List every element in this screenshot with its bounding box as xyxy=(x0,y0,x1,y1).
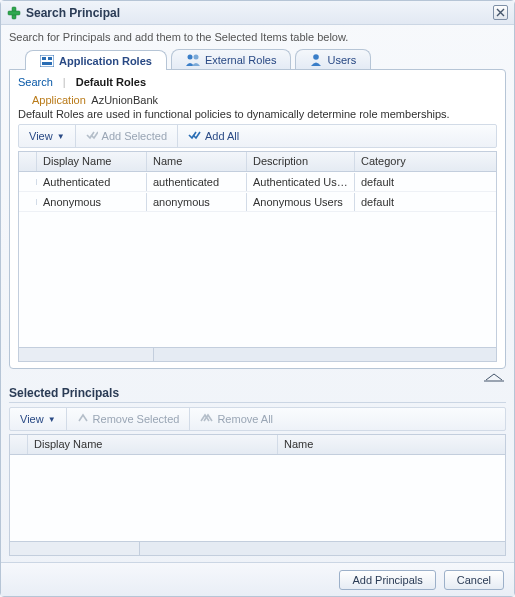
svg-point-6 xyxy=(187,55,192,60)
instruction-text: Search for Principals and add them to th… xyxy=(9,31,506,43)
select-column xyxy=(10,435,28,454)
tab-application-roles[interactable]: Application Roles xyxy=(25,50,167,70)
select-column xyxy=(19,152,37,171)
add-selected-label: Add Selected xyxy=(102,130,167,142)
view-menu-lower[interactable]: View ▼ xyxy=(10,408,67,430)
subtabs: Search | Default Roles xyxy=(18,76,497,88)
selected-table: Display Name Name xyxy=(9,434,506,542)
col-display-name[interactable]: Display Name xyxy=(28,435,278,454)
view-menu[interactable]: View ▼ xyxy=(19,125,76,147)
svg-rect-5 xyxy=(42,62,52,65)
remove-selected-label: Remove Selected xyxy=(93,413,180,425)
svg-point-8 xyxy=(314,54,320,60)
app-roles-icon xyxy=(40,55,54,67)
tab-label: Users xyxy=(327,54,356,66)
add-all-label: Add All xyxy=(205,130,239,142)
col-display-name[interactable]: Display Name xyxy=(37,152,147,171)
tab-label: Application Roles xyxy=(59,55,152,67)
table-body: Authenticated authenticated Authenticate… xyxy=(19,172,496,347)
collapse-button[interactable] xyxy=(484,369,506,382)
application-value: AzUnionBank xyxy=(91,94,158,106)
application-label: Application xyxy=(32,94,86,106)
close-button[interactable] xyxy=(493,5,508,20)
scroll-strip-lower xyxy=(9,542,506,556)
add-selected-button[interactable]: Add Selected xyxy=(76,125,178,147)
col-name[interactable]: Name xyxy=(147,152,247,171)
check-icon xyxy=(86,130,98,142)
chevron-down-icon: ▼ xyxy=(57,132,65,141)
add-all-button[interactable]: Add All xyxy=(178,125,249,147)
view-label: View xyxy=(29,130,53,142)
subtab-separator: | xyxy=(63,76,66,88)
external-roles-icon xyxy=(186,53,200,66)
selected-title: Selected Principals xyxy=(9,386,506,400)
remove-selected-button[interactable]: Remove Selected xyxy=(67,408,191,430)
add-principals-button[interactable]: Add Principals xyxy=(339,570,435,590)
table-body xyxy=(10,455,505,541)
footer: Add Principals Cancel xyxy=(1,562,514,596)
users-icon xyxy=(310,53,322,66)
remove-all-button[interactable]: Remove All xyxy=(190,408,283,430)
scroll-strip xyxy=(18,348,497,362)
roles-table: Display Name Name Description Category A… xyxy=(18,151,497,348)
tabs: Application Roles External Roles Users xyxy=(9,49,506,69)
col-name[interactable]: Name xyxy=(278,435,505,454)
svg-point-7 xyxy=(193,55,198,60)
toolbar-upper: View ▼ Add Selected Add All xyxy=(18,124,497,148)
remove-icon xyxy=(77,413,89,425)
col-category[interactable]: Category xyxy=(355,152,496,171)
table-row[interactable]: Authenticated authenticated Authenticate… xyxy=(19,172,496,192)
dialog: Search Principal Search for Principals a… xyxy=(0,0,515,597)
svg-rect-3 xyxy=(42,57,46,60)
chevron-down-icon: ▼ xyxy=(48,415,56,424)
description-text: Default Roles are used in functional pol… xyxy=(18,108,497,120)
tab-label: External Roles xyxy=(205,54,277,66)
svg-rect-2 xyxy=(40,55,54,67)
svg-rect-9 xyxy=(484,381,504,382)
tabpanel: Search | Default Roles Application AzUni… xyxy=(9,69,506,369)
remove-all-icon xyxy=(200,413,213,425)
cancel-button[interactable]: Cancel xyxy=(444,570,504,590)
dialog-title: Search Principal xyxy=(26,6,120,20)
subtab-search[interactable]: Search xyxy=(18,76,53,88)
tab-external-roles[interactable]: External Roles xyxy=(171,49,292,69)
application-line: Application AzUnionBank xyxy=(32,94,497,106)
subtab-default-roles[interactable]: Default Roles xyxy=(76,76,146,88)
col-description[interactable]: Description xyxy=(247,152,355,171)
table-row[interactable]: Anonymous anonymous Anonymous Users defa… xyxy=(19,192,496,212)
table-header: Display Name Name Description Category xyxy=(19,152,496,172)
svg-rect-4 xyxy=(48,57,52,60)
svg-rect-1 xyxy=(8,11,20,15)
titlebar: Search Principal xyxy=(1,1,514,25)
tab-users[interactable]: Users xyxy=(295,49,371,69)
add-icon xyxy=(7,6,21,20)
double-check-icon xyxy=(188,130,201,142)
view-label: View xyxy=(20,413,44,425)
separator xyxy=(9,402,506,403)
chevron-up-icon xyxy=(484,372,504,382)
toolbar-lower: View ▼ Remove Selected Remove All xyxy=(9,407,506,431)
remove-all-label: Remove All xyxy=(217,413,273,425)
close-icon xyxy=(496,8,505,17)
table-header: Display Name Name xyxy=(10,435,505,455)
